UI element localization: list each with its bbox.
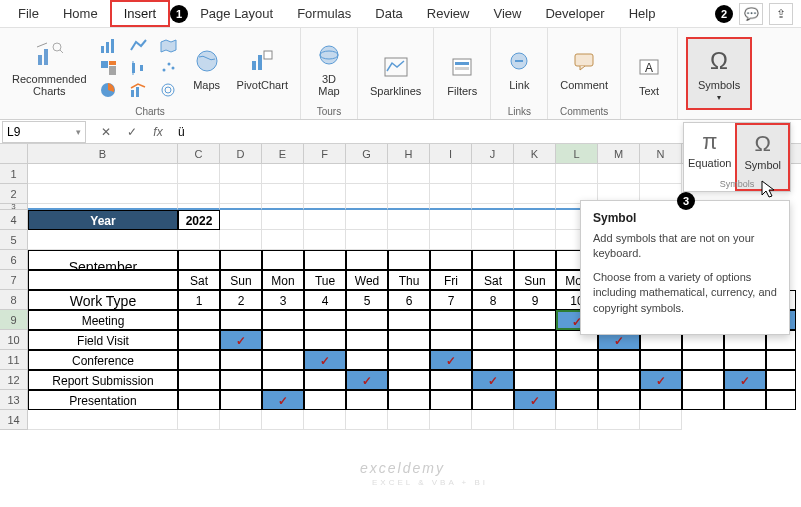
day-cell[interactable]: Tue <box>304 270 346 290</box>
table-cell[interactable] <box>598 370 640 390</box>
maps-button[interactable]: Maps <box>187 43 227 93</box>
table-cell[interactable]: ✓ <box>304 350 346 370</box>
col-header[interactable]: I <box>430 144 472 163</box>
day-cell[interactable]: Sat <box>178 270 220 290</box>
chart-map-icon[interactable] <box>157 36 181 56</box>
tab-home[interactable]: Home <box>51 2 110 25</box>
col-header[interactable]: D <box>220 144 262 163</box>
table-cell[interactable]: ✓ <box>220 330 262 350</box>
table-cell[interactable] <box>472 350 514 370</box>
row-label[interactable]: Field Visit <box>28 330 178 350</box>
day-cell[interactable]: Thu <box>388 270 430 290</box>
table-cell[interactable] <box>682 370 724 390</box>
table-cell[interactable] <box>178 390 220 410</box>
chart-stats-icon[interactable] <box>127 58 151 78</box>
table-cell[interactable] <box>682 390 724 410</box>
recommended-charts-button[interactable]: Recommended Charts <box>8 37 91 99</box>
date-cell[interactable]: 5 <box>346 290 388 310</box>
col-header[interactable]: E <box>262 144 304 163</box>
table-cell[interactable]: ✓ <box>514 390 556 410</box>
col-header[interactable]: K <box>514 144 556 163</box>
table-cell[interactable] <box>262 310 304 330</box>
table-cell[interactable] <box>178 350 220 370</box>
chart-scatter-icon[interactable] <box>157 58 181 78</box>
row-label[interactable]: Meeting <box>28 310 178 330</box>
day-cell[interactable]: Wed <box>346 270 388 290</box>
table-cell[interactable] <box>220 390 262 410</box>
table-cell[interactable]: ✓ <box>724 370 766 390</box>
chart-pie-icon[interactable] <box>97 80 121 100</box>
table-cell[interactable]: ✓ <box>472 370 514 390</box>
col-header[interactable]: L <box>556 144 598 163</box>
col-header[interactable]: N <box>640 144 682 163</box>
table-cell[interactable] <box>346 350 388 370</box>
table-cell[interactable] <box>640 350 682 370</box>
table-cell[interactable] <box>472 330 514 350</box>
table-cell[interactable]: ✓ <box>262 390 304 410</box>
select-all-corner[interactable] <box>0 144 28 163</box>
chart-combo-icon[interactable] <box>127 80 151 100</box>
table-cell[interactable] <box>598 350 640 370</box>
table-cell[interactable]: ✓ <box>640 370 682 390</box>
table-cell[interactable] <box>430 330 472 350</box>
date-cell[interactable]: 4 <box>304 290 346 310</box>
table-cell[interactable] <box>430 310 472 330</box>
worktype-header[interactable]: Work Type <box>28 290 178 310</box>
table-cell[interactable] <box>304 310 346 330</box>
table-cell[interactable] <box>514 370 556 390</box>
col-header[interactable]: F <box>304 144 346 163</box>
tab-developer[interactable]: Developer <box>533 2 616 25</box>
col-header[interactable]: H <box>388 144 430 163</box>
year-label-cell[interactable]: Year <box>28 210 178 230</box>
table-cell[interactable]: ✓ <box>346 370 388 390</box>
col-header[interactable]: G <box>346 144 388 163</box>
table-cell[interactable] <box>514 310 556 330</box>
table-cell[interactable] <box>178 310 220 330</box>
fx-icon[interactable]: fx <box>148 123 168 141</box>
table-cell[interactable] <box>220 310 262 330</box>
link-button[interactable]: Link <box>499 43 539 93</box>
table-cell[interactable]: ✓ <box>430 350 472 370</box>
table-cell[interactable] <box>346 310 388 330</box>
table-cell[interactable] <box>388 350 430 370</box>
chart-line-icon[interactable] <box>127 36 151 56</box>
table-cell[interactable] <box>556 350 598 370</box>
table-cell[interactable] <box>178 370 220 390</box>
date-cell[interactable]: 6 <box>388 290 430 310</box>
table-cell[interactable] <box>640 390 682 410</box>
tab-formulas[interactable]: Formulas <box>285 2 363 25</box>
table-cell[interactable] <box>346 330 388 350</box>
col-header[interactable]: J <box>472 144 514 163</box>
name-box[interactable]: L9 ▾ <box>2 121 86 143</box>
day-cell[interactable]: Sun <box>514 270 556 290</box>
table-cell[interactable] <box>766 370 796 390</box>
day-cell[interactable]: Fri <box>430 270 472 290</box>
table-cell[interactable] <box>304 370 346 390</box>
chart-bar-icon[interactable] <box>97 36 121 56</box>
table-cell[interactable] <box>556 370 598 390</box>
comment-button[interactable]: Comment <box>556 43 612 93</box>
tab-file[interactable]: File <box>6 2 51 25</box>
table-cell[interactable] <box>304 330 346 350</box>
month-cell[interactable]: September <box>28 250 178 270</box>
tab-help[interactable]: Help <box>617 2 668 25</box>
table-cell[interactable] <box>766 350 796 370</box>
date-cell[interactable]: 7 <box>430 290 472 310</box>
table-cell[interactable] <box>262 330 304 350</box>
cancel-icon[interactable]: ✕ <box>96 123 116 141</box>
table-cell[interactable] <box>178 330 220 350</box>
pivotchart-button[interactable]: PivotChart <box>233 43 292 93</box>
date-cell[interactable]: 2 <box>220 290 262 310</box>
symbols-button[interactable]: Ω Symbols ▾ <box>686 37 752 110</box>
date-cell[interactable]: 3 <box>262 290 304 310</box>
table-cell[interactable] <box>766 390 796 410</box>
date-cell[interactable]: 8 <box>472 290 514 310</box>
day-cell[interactable]: Sat <box>472 270 514 290</box>
col-header[interactable]: C <box>178 144 220 163</box>
col-header[interactable]: M <box>598 144 640 163</box>
table-cell[interactable] <box>388 390 430 410</box>
table-cell[interactable] <box>430 370 472 390</box>
table-cell[interactable] <box>514 330 556 350</box>
table-cell[interactable] <box>724 390 766 410</box>
tab-view[interactable]: View <box>481 2 533 25</box>
